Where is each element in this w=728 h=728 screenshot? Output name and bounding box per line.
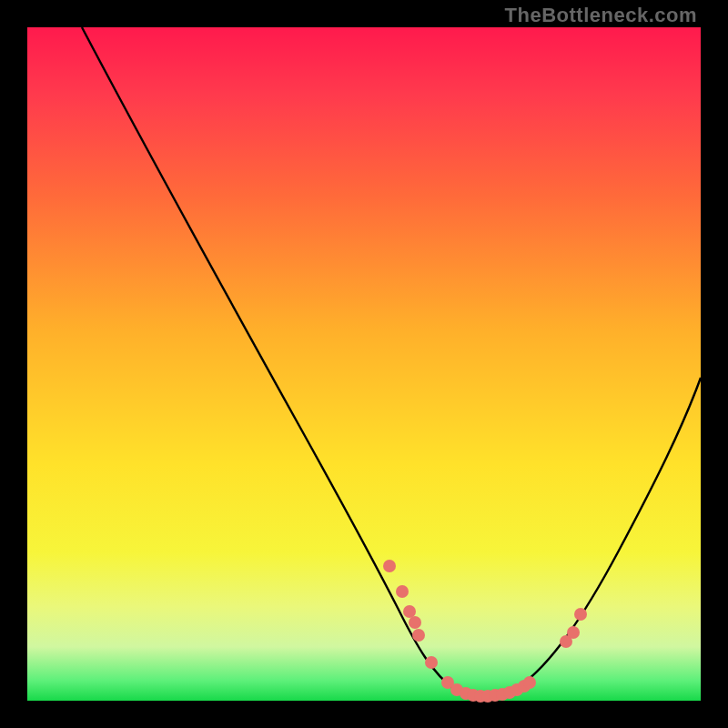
highlight-points — [383, 560, 587, 703]
svg-point-1 — [396, 585, 409, 598]
svg-point-19 — [567, 626, 580, 639]
svg-point-2 — [403, 605, 416, 618]
chart-stage: TheBottleneck.com — [0, 0, 728, 728]
svg-point-17 — [523, 676, 536, 689]
svg-point-4 — [412, 629, 425, 642]
svg-point-0 — [383, 560, 396, 572]
plot-area — [27, 27, 701, 701]
watermark-text: TheBottleneck.com — [505, 4, 697, 27]
curve-layer — [27, 27, 701, 701]
bottleneck-curve — [82, 27, 701, 698]
svg-point-5 — [425, 656, 438, 669]
svg-point-20 — [574, 608, 587, 621]
svg-point-3 — [409, 616, 421, 629]
